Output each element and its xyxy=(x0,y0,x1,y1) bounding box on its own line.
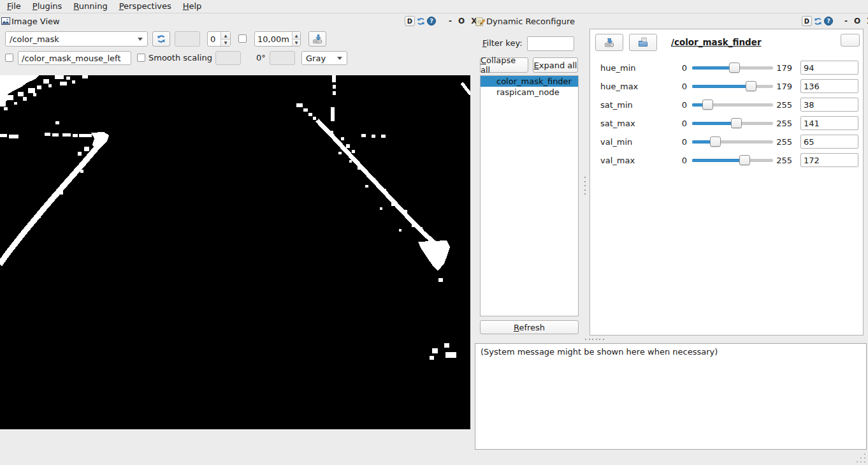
horizontal-splitter-handle[interactable] xyxy=(585,339,604,340)
save-params-button[interactable] xyxy=(595,34,623,51)
expand-all-button[interactable]: Expand all xyxy=(533,57,578,73)
dynamic-reconfigure-title: Dynamic Reconfigure xyxy=(486,17,575,26)
node-tree-item[interactable]: raspicam_node xyxy=(481,87,578,98)
refresh-topics-button[interactable] xyxy=(152,31,170,47)
image-topic-combobox[interactable]: /color_mask xyxy=(5,31,148,47)
zoom-spinbox[interactable]: 0 ▲▼ xyxy=(207,31,231,47)
slider-handle[interactable] xyxy=(702,100,713,110)
parameter-min: 0 xyxy=(673,100,687,110)
spin-up-icon[interactable]: ▲ xyxy=(221,32,230,40)
parameter-min: 0 xyxy=(673,137,687,147)
system-message-box: (System message might be shown here when… xyxy=(475,343,867,450)
parameter-row: sat_max 0 255 xyxy=(590,114,864,133)
parameter-slider[interactable] xyxy=(692,135,773,149)
dynamic-range-checkbox[interactable] xyxy=(238,34,247,43)
spin-up-icon[interactable]: ▲ xyxy=(293,32,300,40)
collapse-all-button[interactable]: Collapse all xyxy=(480,57,528,73)
parameter-value-input[interactable] xyxy=(800,98,858,112)
spin-down-icon[interactable]: ▼ xyxy=(221,40,230,47)
node-panel-title[interactable]: /color_mask_finder xyxy=(671,37,762,47)
help-icon[interactable]: ? xyxy=(824,17,833,26)
vertical-splitter-handle[interactable] xyxy=(584,177,586,195)
spinbox-arrows[interactable]: ▲▼ xyxy=(292,32,300,46)
parameter-slider[interactable] xyxy=(692,80,773,93)
refresh-button[interactable]: Refresh xyxy=(480,320,579,334)
close-button[interactable]: X xyxy=(864,17,868,26)
image-view-icon xyxy=(1,17,10,26)
dock-button[interactable]: D xyxy=(802,16,812,26)
slider-handle[interactable] xyxy=(746,81,756,91)
smooth-scaling-checkbox[interactable] xyxy=(137,54,145,62)
parameter-value-input[interactable] xyxy=(800,116,858,130)
menu-item[interactable]: Help xyxy=(177,1,208,11)
spinbox-arrows[interactable]: ▲▼ xyxy=(221,32,230,46)
help-icon[interactable]: ? xyxy=(427,17,436,26)
disabled-toolbar-field xyxy=(215,51,241,65)
publish-mouse-checkbox[interactable] xyxy=(5,54,13,62)
menu-item[interactable]: Plugins xyxy=(27,1,68,11)
parameter-slider[interactable] xyxy=(692,61,773,75)
parameter-row: val_max 0 255 xyxy=(590,151,864,170)
dock-button[interactable]: D xyxy=(405,16,415,26)
panel-close-button[interactable] xyxy=(841,34,860,47)
menu-item[interactable]: Running xyxy=(68,1,113,11)
refresh-label: Refresh xyxy=(514,323,545,332)
parameter-value-input[interactable] xyxy=(800,61,858,75)
parameter-value-input[interactable] xyxy=(800,79,858,93)
image-view-titlebar-controls: D ? - O X xyxy=(405,15,479,27)
save-params-icon xyxy=(604,37,615,48)
parameter-max: 255 xyxy=(773,119,792,128)
parameter-name: hue_max xyxy=(600,82,638,91)
parameter-slider[interactable] xyxy=(692,98,773,112)
node-tree-list: color_mask_finderraspicam_node xyxy=(480,75,579,316)
slider-handle[interactable] xyxy=(739,155,750,165)
parameter-slider[interactable] xyxy=(692,154,773,167)
parameter-value-input[interactable] xyxy=(800,153,858,167)
parameter-name: sat_max xyxy=(600,119,635,128)
slider-handle[interactable] xyxy=(729,63,740,73)
filter-key-label: Filter key: xyxy=(482,38,523,48)
image-viewport[interactable] xyxy=(0,75,470,429)
parameter-slider[interactable] xyxy=(692,117,773,130)
spin-down-icon[interactable]: ▼ xyxy=(293,40,300,47)
parameter-min: 0 xyxy=(673,119,687,128)
parameter-row: sat_min 0 255 xyxy=(590,96,864,114)
slider-fill xyxy=(692,85,751,88)
mouse-topic-field[interactable]: /color_mask_mouse_left xyxy=(18,51,131,65)
menu-item[interactable]: Perspectives xyxy=(113,1,177,11)
slider-handle[interactable] xyxy=(710,137,721,147)
slider-fill xyxy=(692,122,737,125)
color-scheme-selected: Gray xyxy=(306,54,326,63)
svg-text:?: ? xyxy=(827,18,830,24)
parameter-max: 255 xyxy=(773,100,792,110)
chevron-down-icon xyxy=(337,57,342,60)
reconfigure-panel: /color_mask_finder hue_min 0 179 hue_max… xyxy=(590,29,864,336)
color-mask-image xyxy=(0,75,470,429)
save-image-icon xyxy=(312,34,322,44)
save-image-button[interactable] xyxy=(308,31,326,47)
parameter-list: hue_min 0 179 hue_max 0 xyxy=(590,59,864,170)
load-params-button[interactable] xyxy=(629,34,657,51)
parameter-min: 0 xyxy=(673,156,687,165)
maximize-button[interactable]: O xyxy=(851,17,863,26)
window-resize-grip[interactable] xyxy=(855,452,867,464)
disabled-toolbar-field xyxy=(270,51,295,65)
slider-handle[interactable] xyxy=(731,118,742,128)
parameter-value-input[interactable] xyxy=(800,135,858,149)
image-topic-selected: /color_mask xyxy=(10,34,59,44)
application-window: FilePluginsRunningPerspectivesHelp Image… xyxy=(0,0,868,465)
collapse-all-label: Collapse all xyxy=(481,55,528,75)
reload-plugin-icon[interactable] xyxy=(416,17,426,26)
minimize-button[interactable]: - xyxy=(446,17,454,26)
filter-key-input[interactable] xyxy=(527,36,574,51)
color-scheme-combobox[interactable]: Gray xyxy=(301,51,347,65)
node-tree-item[interactable]: color_mask_finder xyxy=(481,76,578,87)
disabled-toolbar-field xyxy=(175,31,200,47)
refresh-topics-icon xyxy=(156,34,166,44)
system-message-text: (System message might be shown here when… xyxy=(481,347,718,357)
max-range-spinbox[interactable]: 10,00m ▲▼ xyxy=(254,31,301,47)
reload-plugin-icon[interactable] xyxy=(813,17,823,26)
maximize-button[interactable]: O xyxy=(456,17,467,26)
minimize-button[interactable]: - xyxy=(842,17,850,26)
menu-item[interactable]: File xyxy=(1,1,27,11)
